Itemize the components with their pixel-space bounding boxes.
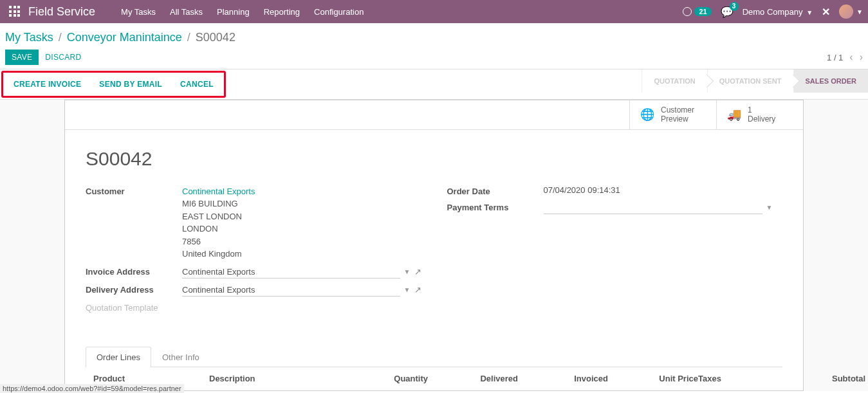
invoice-address-label: Invoice Address [86,266,182,277]
col-invoiced: Invoiced [518,374,608,384]
cancel-button[interactable]: CANCEL [171,75,223,93]
truck-icon: 🚚 [727,107,741,122]
save-button[interactable]: SAVE [5,50,39,65]
action-buttons-highlight: CREATE INVOICE SEND BY EMAIL CANCEL [1,71,226,98]
breadcrumb-item[interactable]: My Tasks [5,31,53,44]
form-sheet: 🌐 Customer Preview 🚚 1 Delivery S00042 [64,100,804,391]
caret-down-icon[interactable]: ▼ [404,286,411,293]
discard-button[interactable]: DISCARD [39,50,88,65]
customer-link[interactable]: Continental Exports [182,185,421,198]
pager-text: 1 / 1 [827,53,843,62]
stat-line1: Customer [661,105,694,114]
separator: / [59,31,62,44]
caret-down-icon[interactable]: ▼ [766,204,773,211]
left-col: Customer Continental Exports MI6 BUILDIN… [86,185,421,318]
send-email-button[interactable]: SEND BY EMAIL [90,75,171,93]
address-line: EAST LONDON [182,210,421,223]
tab-order-lines[interactable]: Order Lines [86,347,151,367]
delivery-button[interactable]: 🚚 1 Delivery [716,100,803,129]
delivery-address-label: Delivery Address [86,284,182,295]
address-line: MI6 BUILDING [182,197,421,210]
delivery-address-input[interactable] [182,284,400,297]
form-grid: Customer Continental Exports MI6 BUILDIN… [65,185,803,333]
customer-label: Customer [86,185,182,196]
order-date-label: Order Date [447,185,544,196]
col-quantity: Quantity [351,374,428,384]
stat-line2: Delivery [748,114,775,123]
status-quotation[interactable]: QUOTATION [642,69,706,93]
topnav-menu: My Tasks All Tasks Planning Reporting Co… [121,7,364,17]
apps-icon[interactable] [9,6,21,17]
control-panel: My Tasks / Conveyor Manintaince / S00042… [0,23,868,69]
status-quotation-sent[interactable]: QUOTATION SENT [707,69,793,93]
tab-other-info[interactable]: Other Info [151,347,210,367]
control-row: SAVE DISCARD 1 / 1 ‹ › [5,50,863,65]
breadcrumb-item[interactable]: Conveyor Manintaince [67,31,182,44]
activities-button[interactable]: 21 [683,7,711,16]
stat-buttons: 🌐 Customer Preview 🚚 1 Delivery [65,100,803,130]
user-menu[interactable]: ▼ [839,5,863,19]
chat-count: 3 [730,2,739,11]
quotation-template-label: Quotation Template [86,302,182,313]
breadcrumb: My Tasks / Conveyor Manintaince / S00042 [5,31,863,44]
status-sales-order[interactable]: SALES ORDER [793,69,868,93]
address-line: United Kingdom [182,248,421,260]
pager-next[interactable]: › [860,51,863,63]
pager-prev[interactable]: ‹ [849,51,853,63]
customer-field: Customer Continental Exports MI6 BUILDIN… [86,185,421,260]
sheet-wrap: 🌐 Customer Preview 🚚 1 Delivery S00042 [0,100,868,391]
payment-terms-input[interactable] [544,201,762,214]
order-date-field: Order Date 07/04/2020 09:14:31 [447,185,783,196]
breadcrumb-current: S00042 [196,31,235,44]
payment-terms-label: Payment Terms [447,201,544,212]
order-lines-table-head: Product Description Quantity Delivered I… [86,367,782,390]
col-unit-price: Unit Price [608,374,698,384]
invoice-address-input[interactable] [182,266,400,279]
quotation-template-field: Quotation Template [86,302,421,313]
menu-all-tasks[interactable]: All Tasks [170,7,203,17]
menu-configuration[interactable]: Configuration [314,7,364,17]
order-date-value: 07/04/2020 09:14:31 [544,185,783,195]
topnav: Field Service My Tasks All Tasks Plannin… [0,0,868,23]
activity-count: 21 [694,7,711,16]
customer-preview-button[interactable]: 🌐 Customer Preview [629,100,716,129]
globe-icon: 🌐 [640,107,654,122]
topnav-right: 21 💬 3 Demo Company ▼ ✕ ▼ [683,5,863,19]
payment-terms-field: Payment Terms ▼ [447,201,783,214]
col-taxes: Taxes [698,374,775,384]
clock-icon [683,7,692,16]
stat-line2: Preview [661,114,694,123]
company-selector[interactable]: Demo Company ▼ [743,7,813,17]
menu-planning[interactable]: Planning [217,7,250,17]
pager: 1 / 1 ‹ › [827,51,863,63]
caret-down-icon[interactable]: ▼ [404,268,411,275]
col-description: Description [209,374,351,384]
caret-down-icon: ▼ [806,9,813,16]
right-col: Order Date 07/04/2020 09:14:31 Payment T… [447,185,783,318]
address-line: LONDON [182,223,421,235]
col-delivered: Delivered [428,374,518,384]
col-product: Product [93,374,209,384]
delivery-address-field: Delivery Address ▼ ↗ [86,284,421,297]
menu-reporting[interactable]: Reporting [264,7,300,17]
stat-line1: 1 [748,105,775,114]
col-subtotal: Subtotal [775,374,865,384]
tabs: Order Lines Other Info [86,346,782,367]
external-link-icon[interactable]: ↗ [414,285,421,295]
caret-down-icon: ▼ [856,8,863,15]
kebab-menu-icon[interactable]: ⋮ [865,374,868,384]
close-support-icon[interactable]: ✕ [822,6,830,18]
company-name: Demo Company [743,7,803,17]
invoice-address-field: Invoice Address ▼ ↗ [86,266,421,279]
brand[interactable]: Field Service [28,5,95,19]
record-title: S00042 [65,130,803,185]
external-link-icon[interactable]: ↗ [414,267,421,277]
status-url: https://demo4.odoo.com/web?#id=59&model=… [0,384,184,391]
separator: / [187,31,190,44]
address-line: 7856 [182,235,421,248]
menu-my-tasks[interactable]: My Tasks [121,7,156,17]
avatar [839,5,853,19]
create-invoice-button[interactable]: CREATE INVOICE [5,75,90,93]
status-steps: QUOTATION QUOTATION SENT SALES ORDER [642,69,868,99]
messaging-button[interactable]: 💬 3 [721,6,734,18]
